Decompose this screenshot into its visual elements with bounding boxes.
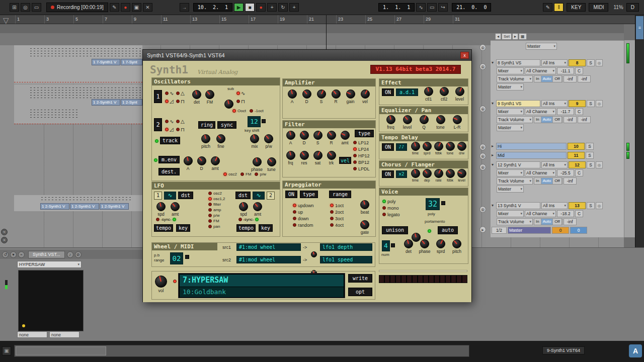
osc1-button[interactable]: 1 [154, 90, 162, 103]
volume-knob[interactable]: vol [155, 276, 167, 293]
param-select[interactable]: All Channe [525, 169, 556, 176]
voice-mode-option[interactable]: legato [382, 211, 400, 218]
knob[interactable]: res [297, 151, 311, 165]
current-bank[interactable]: 10:Goldbank [180, 287, 344, 297]
track-number[interactable]: 11 [568, 152, 585, 159]
add-automation-icon[interactable]: ⊕ [479, 144, 486, 150]
knob[interactable]: time [410, 142, 421, 155]
param-select[interactable]: Track Volume [497, 116, 533, 123]
overview-thumb[interactable] [16, 346, 106, 355]
knob[interactable]: Q [416, 115, 432, 130]
fold-icon[interactable]: ▾ [492, 202, 496, 209]
src2-dest-display[interactable]: lfo1 speed [320, 256, 372, 263]
knob[interactable]: ctl1 [421, 87, 436, 102]
knob[interactable]: D [195, 156, 208, 171]
dest-option[interactable]: FM [240, 171, 252, 176]
follow-icon[interactable]: → [180, 3, 189, 12]
knob[interactable]: dep [421, 169, 433, 182]
knob[interactable]: R [329, 89, 343, 104]
chorus-on-button[interactable]: ON [382, 170, 394, 178]
knob[interactable]: amt [208, 156, 222, 171]
knob[interactable]: R [325, 131, 338, 145]
automation-line[interactable] [14, 124, 142, 124]
knob[interactable]: FM [203, 90, 216, 105]
lfo2-tempo-button[interactable]: tempo [236, 224, 256, 232]
preset-select[interactable]: HYPERSAW ▾ [17, 261, 82, 268]
pan-value[interactable]: C [575, 169, 583, 176]
arp-range-button[interactable]: range [329, 191, 351, 198]
add-automation-icon[interactable]: ⊕ [479, 63, 486, 70]
clip[interactable]: 1 2-Synth1 V [92, 99, 120, 106]
knob[interactable]: vel [358, 89, 372, 104]
filter-type-option[interactable]: BP12 [353, 159, 370, 165]
scrollbar-thumb[interactable]: ≡ [636, 16, 643, 39]
knob[interactable]: d/w [456, 142, 467, 155]
fold-icon[interactable]: ▸ [492, 143, 496, 150]
src1-amount-knob[interactable] [311, 251, 317, 257]
fold-icon[interactable]: ▸ [492, 152, 496, 159]
arp-on-button[interactable]: ON [285, 191, 297, 198]
track-name[interactable]: Mid [496, 152, 567, 159]
zoom-icon[interactable]: ◎ [21, 3, 30, 12]
knob[interactable]: D [297, 131, 311, 145]
arrangement-overview[interactable] [14, 345, 469, 357]
program-display[interactable]: 7:HYPERSAW 10:Goldbank [178, 273, 345, 298]
arp-mode-option[interactable]: random [293, 222, 314, 228]
loop-length-display[interactable]: 21. 0. 0 [452, 3, 491, 12]
knob[interactable]: sprd [433, 239, 449, 254]
pan-value[interactable]: C [575, 210, 583, 217]
app-logo-icon[interactable]: A [629, 344, 642, 357]
input-select[interactable]: All Ins [541, 100, 568, 107]
pan-value[interactable]: C [575, 67, 583, 74]
input-select[interactable]: All Ins [541, 161, 568, 168]
set-button[interactable]: Set [502, 33, 512, 40]
link-grid-icon[interactable]: ⊞ [10, 3, 19, 12]
output-select[interactable]: Master [526, 43, 557, 50]
recording-status-tab[interactable]: Recording [00:00:19] [46, 3, 108, 12]
chorus-mode-display[interactable]: x2 [396, 170, 407, 178]
key-track-button[interactable]: track [160, 137, 180, 144]
knob[interactable]: amt [251, 202, 265, 217]
add-automation-icon[interactable]: ⊕ [479, 206, 486, 213]
monitor-toggle[interactable]: InAutoOff [534, 177, 562, 185]
poly-stepper[interactable] [441, 201, 445, 205]
arp-range-option[interactable]: 3oct [330, 215, 344, 222]
filter-type-option[interactable]: LPDL [353, 165, 370, 172]
add-marker-icon[interactable]: + [289, 3, 299, 12]
loop-start-display[interactable]: 1. 1. 1 [378, 3, 415, 12]
grid-toggle-button[interactable]: ▦ [519, 33, 527, 40]
track-number[interactable]: 8 [569, 59, 586, 66]
knob[interactable]: ctl2 [436, 87, 452, 102]
lfo1-button[interactable]: 1 [154, 192, 162, 200]
clip[interactable]: 1 7-Synt [121, 59, 142, 65]
level-value[interactable]: -inf [564, 75, 577, 82]
arp-range-option[interactable]: 1oct [330, 202, 344, 209]
clip[interactable]: 1 2-Synth1 V [70, 203, 99, 210]
knob[interactable]: tune [264, 157, 279, 172]
input-select[interactable]: All Ins [541, 202, 568, 209]
clip[interactable]: 1 2-Synth1 V [40, 203, 69, 210]
knob[interactable]: time [410, 169, 421, 182]
volume-value[interactable]: -18.2 [557, 210, 574, 217]
track-number[interactable]: 9 [569, 100, 586, 107]
param-select[interactable]: Track Volume [497, 218, 533, 225]
knob[interactable]: p/w [262, 134, 276, 149]
lfo1-key-button[interactable]: key [176, 224, 190, 232]
arp-mode-option[interactable]: down [293, 215, 314, 222]
track-name[interactable]: 8 Synth1 VS [496, 59, 540, 66]
src1-source-display[interactable]: #1:mod wheel [236, 243, 301, 251]
effect-on-button[interactable]: ON [382, 88, 394, 96]
show-overview-icon[interactable]: ≈ [1, 229, 8, 235]
src2-source-display[interactable]: #1:mod wheel [236, 256, 301, 263]
voice-mode-option[interactable]: mono [382, 205, 400, 211]
record-button[interactable]: ● [256, 3, 266, 12]
level-value[interactable]: -inf [578, 116, 591, 123]
knob[interactable]: level [452, 87, 467, 102]
knob[interactable]: A [284, 131, 297, 145]
param-select[interactable]: All Channe [525, 108, 556, 115]
wave-option[interactable]: ∿ [165, 89, 176, 97]
level-value[interactable]: -inf [564, 177, 577, 185]
solo-button[interactable]: S [587, 202, 595, 209]
knob[interactable]: fdbk [444, 169, 456, 182]
level-value[interactable]: -inf [578, 75, 591, 82]
